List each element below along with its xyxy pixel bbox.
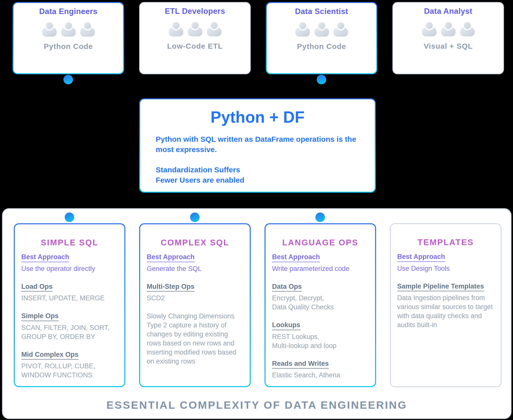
essential-complexity-caption: ESSENTIAL COMPLEXITY OF DATA ENGINEERING	[2, 399, 511, 411]
section-best-approach: Best Approach Generate the SQL	[147, 253, 243, 273]
section-heading: Best Approach	[397, 253, 445, 262]
section-body: SCD2 Slowly Changing Dimensions Type 2 c…	[147, 294, 243, 366]
connector-dot	[315, 213, 325, 222]
connector-dot	[190, 213, 200, 222]
section-heading: Multi-Step Ops	[147, 283, 195, 292]
section-heading: Simple Ops	[21, 312, 59, 321]
section-body: Use Design Tools	[397, 264, 494, 273]
detail-card-title: LANGUAGE OPS	[272, 238, 369, 247]
section-heading: Best Approach	[272, 253, 320, 262]
detail-card-title: TEMPLATES	[397, 238, 494, 247]
section-body: Write parameterized code	[272, 264, 369, 273]
people-icon	[421, 21, 476, 36]
persona-card-title: Data Analyst	[424, 7, 472, 16]
section-body: SCAN, FILTER, JOIN, SORT, GROUP BY, ORDE…	[21, 323, 118, 341]
section-body: Use the operator directly	[21, 264, 118, 273]
section-simple-ops: Simple Ops SCAN, FILTER, JOIN, SORT, GRO…	[21, 312, 118, 341]
persona-card-label: Python Code	[297, 42, 346, 51]
persona-card-title: Data Scientist	[295, 7, 348, 16]
section-sample-pipeline-templates: Sample Pipeline Templates Data Ingestion…	[397, 283, 494, 330]
detail-card-language-ops: LANGUAGE OPS Best Approach Write paramet…	[265, 223, 376, 387]
section-body: REST Lookups, Multi-lookup and loop	[272, 332, 369, 351]
persona-card-label: Visual + SQL	[424, 42, 473, 50]
section-load-ops: Load Ops INSERT, UPDATE, MERGE	[21, 283, 118, 303]
detail-card-complex-sql: COMPLEX SQL Best Approach Generate the S…	[139, 223, 251, 387]
section-heading: Best Approach	[21, 253, 69, 262]
section-body: PIVOT, ROLLUP, CUBE, WINDOW FUNCTIONS	[21, 362, 118, 380]
section-best-approach: Best Approach Use Design Tools	[397, 253, 494, 273]
persona-card-data-engineers: Data Engineers Python Code	[13, 2, 124, 74]
persona-card-etl-developers: ETL Developers Low-Code ETL	[139, 2, 251, 74]
section-heading: Lookups	[272, 321, 300, 330]
people-icon	[41, 21, 96, 37]
connector-dot	[317, 75, 326, 84]
detail-card-templates: TEMPLATES Best Approach Use Design Tools…	[390, 223, 501, 387]
connector-dot	[63, 75, 73, 84]
python-df-paragraph: Python with SQL written as DataFrame ope…	[156, 134, 360, 155]
section-heading: Reads and Writes	[272, 360, 329, 369]
section-heading: Sample Pipeline Templates	[397, 283, 484, 292]
section-body: Generate the SQL	[147, 264, 243, 273]
persona-card-title: ETL Developers	[165, 7, 225, 16]
section-heading: Best Approach	[147, 253, 195, 262]
python-df-note: Standardization Suffers Fewer Users are …	[156, 165, 360, 185]
section-heading: Mid Complex Ops	[21, 351, 78, 360]
section-best-approach: Best Approach Use the operator directly	[21, 253, 118, 273]
detail-card-simple-sql: SIMPLE SQL Best Approach Use the operato…	[14, 223, 125, 387]
persona-card-label: Low-Code ETL	[167, 42, 223, 50]
section-body: Elastic Search, Athena	[272, 371, 369, 380]
python-df-title: Python + DF	[140, 108, 375, 126]
section-lookups: Lookups REST Lookups, Multi-lookup and l…	[272, 321, 369, 351]
section-heading: Load Ops	[21, 283, 53, 292]
section-body: INSERT, UPDATE, MERGE	[21, 294, 118, 303]
section-mid-complex-ops: Mid Complex Ops PIVOT, ROLLUP, CUBE, WIN…	[21, 351, 118, 380]
section-data-ops: Data Ops Encrypt, Decrypt, Data Quality …	[272, 283, 369, 312]
section-best-approach: Best Approach Write parameterized code	[272, 253, 369, 273]
persona-card-title: Data Engineers	[39, 7, 98, 16]
detail-card-title: SIMPLE SQL	[21, 238, 118, 247]
diagram-canvas: Data Engineers Python Code ETL Developer…	[0, 0, 513, 420]
people-icon	[167, 21, 223, 36]
section-reads-and-writes: Reads and Writes Elastic Search, Athena	[272, 360, 369, 380]
section-heading: Data Ops	[272, 283, 302, 292]
detail-card-title: COMPLEX SQL	[147, 238, 243, 247]
section-body: Encrypt, Decrypt, Data Quality Checks	[272, 294, 369, 312]
section-multi-step-ops: Multi-Step Ops SCD2 Slowly Changing Dime…	[147, 283, 243, 366]
persona-card-data-analyst: Data Analyst Visual + SQL	[392, 2, 504, 74]
section-body: Data Ingestion pipelines from various si…	[397, 294, 494, 330]
people-icon	[294, 21, 349, 37]
persona-card-label: Python Code	[44, 42, 93, 51]
persona-card-data-scientist: Data Scientist Python Code	[266, 2, 377, 74]
python-df-card: Python + DF Python with SQL written as D…	[139, 98, 376, 193]
connector-dot	[65, 213, 74, 222]
